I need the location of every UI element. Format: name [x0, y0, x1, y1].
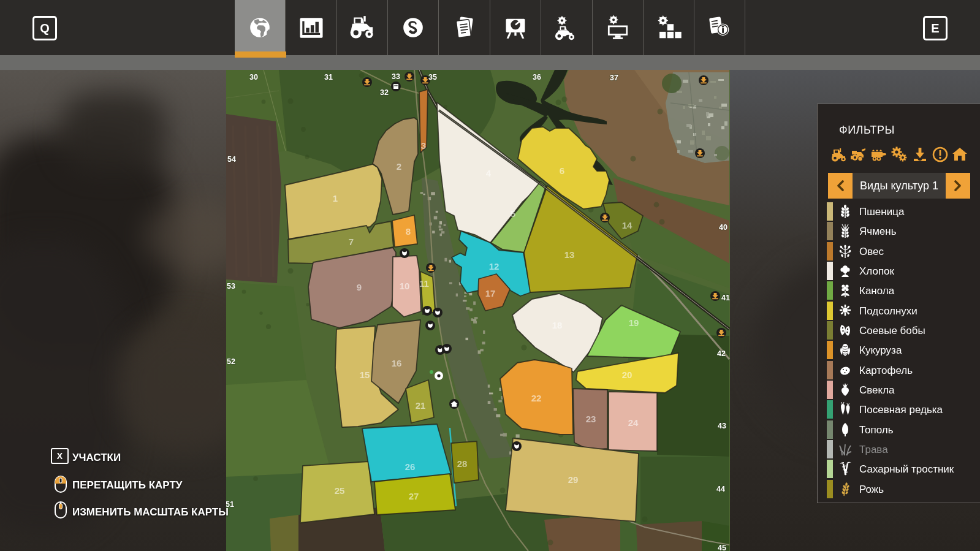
- svg-text:23: 23: [586, 414, 596, 424]
- svg-text:45: 45: [718, 544, 726, 551]
- svg-text:2: 2: [397, 161, 401, 172]
- svg-text:51: 51: [226, 500, 234, 509]
- svg-text:40: 40: [719, 223, 727, 232]
- svg-text:9: 9: [357, 282, 362, 292]
- svg-text:3: 3: [421, 140, 426, 151]
- svg-text:18: 18: [552, 320, 563, 330]
- svg-text:22: 22: [531, 393, 542, 403]
- svg-text:44: 44: [716, 485, 725, 493]
- svg-text:5: 5: [511, 208, 515, 219]
- svg-text:52: 52: [227, 357, 235, 366]
- svg-text:31: 31: [324, 73, 333, 82]
- svg-text:27: 27: [409, 491, 419, 501]
- svg-text:41: 41: [721, 294, 730, 302]
- svg-text:7: 7: [349, 237, 354, 247]
- svg-text:6: 6: [560, 165, 564, 176]
- svg-text:33: 33: [392, 72, 400, 81]
- svg-text:12: 12: [489, 261, 499, 272]
- svg-text:16: 16: [392, 358, 402, 368]
- svg-text:32: 32: [380, 88, 389, 97]
- svg-text:28: 28: [457, 458, 468, 469]
- svg-text:25: 25: [335, 485, 345, 496]
- svg-text:13: 13: [564, 249, 575, 260]
- svg-text:20: 20: [622, 370, 632, 380]
- svg-text:24: 24: [628, 417, 639, 428]
- svg-text:19: 19: [629, 317, 639, 328]
- svg-text:43: 43: [718, 422, 726, 430]
- svg-text:36: 36: [533, 73, 541, 82]
- svg-text:8: 8: [406, 226, 411, 237]
- svg-text:42: 42: [717, 349, 726, 358]
- svg-text:53: 53: [227, 282, 235, 291]
- svg-text:30: 30: [249, 73, 258, 82]
- svg-text:37: 37: [610, 74, 618, 82]
- svg-text:21: 21: [416, 400, 426, 411]
- svg-text:35: 35: [428, 73, 437, 82]
- svg-text:29: 29: [568, 474, 579, 485]
- svg-text:54: 54: [227, 155, 236, 164]
- svg-text:1: 1: [333, 193, 338, 203]
- svg-text:4: 4: [486, 168, 492, 178]
- svg-text:17: 17: [485, 288, 496, 298]
- svg-text:11: 11: [419, 278, 429, 289]
- svg-text:10: 10: [400, 281, 410, 291]
- svg-text:26: 26: [405, 462, 416, 472]
- svg-text:14: 14: [622, 220, 632, 230]
- svg-text:15: 15: [360, 370, 370, 380]
